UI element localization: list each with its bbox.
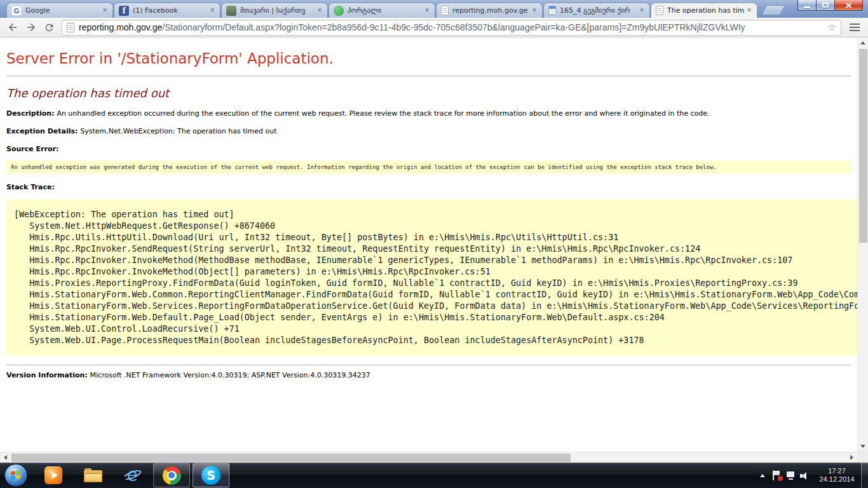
alert-badge [778, 476, 783, 481]
hamburger-icon [850, 24, 860, 31]
volume-icon [800, 471, 810, 480]
taskbar-chrome-button[interactable] [153, 463, 190, 487]
tab-reporting[interactable]: reporting.moh.gov.ge × [436, 3, 543, 18]
taskbar-ie-button[interactable]: e [114, 463, 151, 487]
down-arrow-icon [860, 445, 865, 448]
tab-error-active[interactable]: The operation has tim × [651, 3, 757, 18]
error-subtitle: The operation has timed out [6, 86, 851, 100]
google-favicon: G [11, 6, 22, 16]
stack-trace-label: Stack Trace: [6, 183, 851, 191]
minimize-button[interactable] [797, 0, 816, 11]
bookmark-star-icon[interactable]: ☆ [828, 23, 836, 32]
network-button[interactable] [783, 463, 797, 488]
folder-icon [84, 468, 102, 482]
windows-logo-icon [11, 470, 21, 480]
scroll-up-arrow[interactable] [858, 37, 868, 48]
divider [6, 76, 851, 76]
vertical-scroll-thumb[interactable] [859, 49, 867, 243]
tab-close-icon[interactable]: × [423, 6, 431, 15]
horizontal-scrollbar[interactable] [0, 452, 857, 463]
show-desktop-button[interactable] [861, 463, 868, 488]
tab-close-icon[interactable]: × [315, 6, 324, 15]
document-favicon [548, 6, 556, 15]
back-icon [7, 22, 18, 33]
action-center-button[interactable] [770, 463, 783, 488]
horizontal-scroll-thumb[interactable] [11, 454, 571, 462]
menu-button[interactable] [845, 19, 864, 36]
skype-icon: S [201, 466, 220, 485]
new-tab-button[interactable] [761, 5, 786, 15]
tab-facebook[interactable]: f (1) Facebook × [114, 3, 220, 18]
address-bar[interactable]: reporting.moh.gov.ge/Stationaryform/Defa… [62, 20, 841, 36]
exception-paragraph: Exception Details: System.Net.WebExcepti… [6, 127, 851, 135]
tab-close-icon[interactable]: × [530, 6, 539, 15]
volume-button[interactable] [797, 463, 811, 488]
tab-title: მთავარი | საქართვ [240, 6, 315, 15]
taskbar-icons: e S [34, 463, 231, 488]
forward-icon [25, 22, 37, 33]
url-text: reporting.moh.gov.ge/Stationaryform/Defa… [79, 22, 824, 32]
action-center-flag-icon [772, 470, 781, 480]
server-error-title: Server Error in '/StationaryForm' Applic… [6, 50, 851, 67]
tab-close-icon[interactable]: × [745, 6, 754, 15]
restore-icon [822, 3, 829, 8]
stack-trace-box: [WebException: The operation has timed o… [6, 200, 857, 356]
version-text: Microsoft .NET Framework Version:4.0.303… [90, 371, 370, 379]
play-icon [51, 471, 58, 479]
stack-line: Hmis.Rpc.Utils.HttpUtil.Download(Uri url… [14, 232, 857, 243]
stack-line: Hmis.Rpc.RpcInvoker.InvokeMethod(MethodB… [14, 255, 857, 266]
restore-button[interactable] [816, 0, 834, 11]
exception-label: Exception Details: [6, 127, 80, 135]
left-arrow-icon [4, 455, 7, 460]
back-button[interactable] [4, 19, 21, 36]
page-favicon [656, 6, 663, 15]
show-hidden-icons-button[interactable] [756, 463, 770, 488]
tab-strip: G Google × f (1) Facebook × მთავარი | სა… [0, 0, 868, 18]
vertical-scrollbar[interactable] [857, 37, 868, 452]
description-paragraph: Description: An unhandled exception occu… [6, 109, 851, 118]
tab-title: The operation has tim [667, 6, 745, 15]
taskbar-explorer-button[interactable] [74, 463, 111, 487]
page-viewport: Server Error in '/StationaryForm' Applic… [0, 37, 857, 452]
network-icon [786, 471, 796, 480]
tab-portali[interactable]: პორტალი × [329, 3, 435, 18]
taskbar-clock[interactable]: 17:27 24.12.2014 [817, 467, 857, 484]
internet-explorer-icon: e [123, 466, 142, 485]
windows-taskbar: e S 17:27 24.12.2014 [0, 463, 868, 488]
source-error-label: Source Error: [6, 145, 851, 153]
description-label: Description: [6, 109, 57, 118]
tab-close-icon[interactable]: × [208, 6, 217, 15]
forward-button[interactable] [22, 19, 39, 36]
stack-line: Hmis.Rpc.RpcInvoker.SendRequest(String s… [14, 243, 857, 255]
tab-title: reporting.moh.gov.ge [452, 6, 530, 15]
source-error-text: An unhandled exception was generated dur… [11, 164, 717, 170]
system-tray: 17:27 24.12.2014 [756, 463, 868, 488]
tab-title: პორტალი [348, 6, 423, 15]
close-button[interactable] [834, 0, 863, 11]
tab-mtavari[interactable]: მთავარი | საქართვ × [221, 3, 328, 18]
taskbar-skype-button[interactable]: S [193, 463, 229, 487]
tab-title: Google [25, 6, 100, 15]
reload-button[interactable] [41, 19, 58, 36]
taskbar-media-player-button[interactable] [35, 463, 72, 487]
tab-google[interactable]: G Google × [6, 3, 113, 18]
window-controls [797, 0, 863, 11]
tab-close-icon[interactable]: × [100, 6, 109, 15]
page-icon [67, 23, 74, 32]
scroll-down-arrow[interactable] [858, 441, 868, 452]
tab-165-4[interactable]: 165_4 გეგმიური ქირ × [543, 3, 650, 18]
scroll-left-arrow[interactable] [0, 452, 11, 463]
right-arrow-icon [850, 455, 853, 460]
start-button[interactable] [4, 464, 27, 487]
stack-line: Hmis.StationaryForm.Web.Default.Page_Loa… [14, 312, 857, 323]
tabs-container: G Google × f (1) Facebook × მთავარი | სა… [6, 3, 758, 18]
stack-line: [WebException: The operation has timed o… [14, 209, 857, 220]
portal-favicon [334, 6, 344, 16]
up-arrow-icon [860, 41, 865, 44]
description-text: An unhandled exception occurred during t… [57, 109, 709, 118]
scroll-right-arrow[interactable] [846, 452, 857, 463]
source-error-box: An unhandled exception was generated dur… [6, 161, 851, 173]
tab-close-icon[interactable]: × [637, 6, 646, 15]
exception-text: System.Net.WebException: The operation h… [80, 127, 276, 135]
version-label: Version Information: [6, 371, 90, 379]
